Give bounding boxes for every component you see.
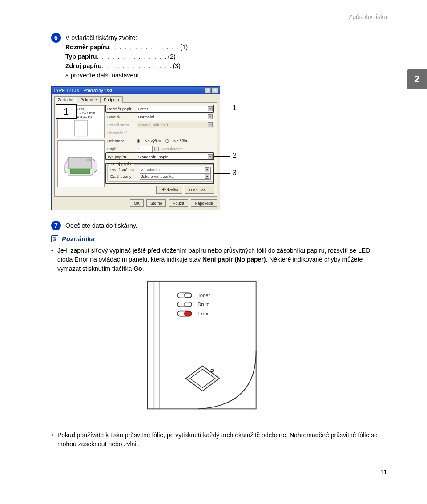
leader-dots: . . . . . . . . . . . . . . . . . . (109, 43, 180, 52)
step-7-text: Odešlete data do tiskárny. (65, 221, 387, 230)
dialog-screenshot-wrap: TYPE 1210N - Předvolby tisku ? ✕ Základn… (51, 86, 242, 210)
callout-line (214, 156, 230, 157)
poradi-label: Pořadí stran (107, 123, 135, 127)
svg-point-2 (87, 159, 91, 161)
kopii-input[interactable]: 1 (137, 146, 153, 152)
note-block: Poznámka Je-li zapnut síťový vypínač ješ… (51, 235, 387, 455)
komplet-label: Kompletovat (161, 147, 183, 151)
opt-label: Zdroj papíru (65, 62, 102, 69)
soutisk-select[interactable]: Normální▾ (137, 114, 214, 120)
note-end-rule (51, 455, 387, 455)
callout-highlight-2 (105, 152, 214, 160)
step-6: 6 V ovladači tiskárny zvolte: Rozměr pap… (51, 33, 387, 80)
callout-num-3: 3 (233, 169, 237, 177)
poradi-select: Vpravo, pak dolů▾ (137, 122, 214, 128)
printer-panel-illustration: Toner Drum Error (144, 280, 295, 418)
predvolba-button[interactable]: Předvolba (156, 186, 182, 194)
orient-portrait-radio[interactable] (137, 139, 140, 143)
dialog-titlebar: TYPE 1210N - Předvolby tisku ? ✕ (52, 87, 220, 94)
svg-rect-0 (75, 120, 87, 136)
ohran-label: Ohraničení (107, 131, 135, 135)
svg-rect-7 (184, 293, 191, 297)
kopii-label: Kopií (107, 147, 135, 151)
tab-basic[interactable]: Základní (54, 96, 77, 103)
ok-button[interactable]: OK (130, 199, 144, 207)
leader-dots: . . . . . . . . . . . . . . . . . . . . (102, 61, 173, 71)
orient-landscape-label: Na šířku (173, 139, 189, 143)
about-button[interactable]: O aplikaci... (185, 186, 214, 194)
step-7: 7 Odešlete data do tiskárny. (51, 221, 387, 230)
orient-portrait-label: Na výšku (145, 139, 161, 143)
close-icon[interactable]: ✕ (212, 88, 218, 93)
printer-icon (63, 150, 99, 177)
tab-support[interactable]: Podpora (101, 96, 123, 103)
svg-rect-13 (184, 311, 191, 315)
leader-dots: . . . . . . . . . . . . . . . . . . . . … (97, 52, 168, 61)
svg-rect-10 (184, 302, 191, 306)
note-bullet-2: Pokud používáte k tisku průsvitné fólie,… (51, 431, 387, 449)
opt-label: Rozměr papíru (65, 44, 109, 51)
apply-button[interactable]: Použít (169, 199, 188, 207)
orient-landscape-radio[interactable] (165, 139, 169, 143)
dialog-title: TYPE 1210N - Předvolby tisku (53, 88, 113, 93)
step-number-badge: 6 (51, 33, 61, 43)
step-6-content: V ovladači tiskárny zvolte: Rozměr papír… (65, 33, 387, 80)
callout-box-big: 1 (56, 104, 77, 119)
svg-text:Error: Error (197, 311, 209, 316)
komplet-checkbox (154, 147, 159, 151)
printer-preview (57, 140, 105, 187)
callout-highlight-1 (105, 105, 214, 113)
note-icon (51, 235, 58, 242)
note-rule (101, 241, 387, 241)
page-number: 11 (51, 468, 387, 476)
chapter-badge: 2 (407, 69, 427, 89)
soutisk-label: Soutisk (107, 115, 135, 119)
opt-num: (3) (173, 61, 181, 71)
note-title: Poznámka (62, 235, 95, 242)
svg-text:Toner: Toner (197, 292, 210, 298)
opt-num: (1) (180, 43, 188, 52)
step-outro: a proveďte další nastavení. (65, 71, 387, 80)
step-number-badge: 7 (51, 221, 61, 230)
callout-num-1: 1 (233, 104, 237, 112)
cancel-button[interactable]: Storno (146, 199, 166, 207)
callout-big-1: 1 (64, 106, 69, 117)
help-button[interactable]: Nápověda (191, 199, 217, 207)
page-section-header: Způsoby tisku (51, 13, 387, 20)
callout-num-2: 2 (233, 152, 237, 160)
svg-rect-1 (70, 169, 90, 174)
callout-line (214, 109, 230, 109)
step-intro: V ovladači tiskárny zvolte: (65, 33, 387, 43)
opt-num: (2) (168, 52, 176, 61)
help-icon[interactable]: ? (205, 88, 211, 93)
tab-advanced[interactable]: Pokročilé (77, 96, 101, 103)
orient-label: Orientace (107, 139, 135, 143)
callout-line (214, 173, 230, 174)
callout-highlight-3 (105, 163, 214, 184)
opt-label: Typ papíru (65, 53, 97, 60)
svg-text:Drum: Drum (197, 302, 210, 307)
note-bullet-1: Je-li zapnut síťový vypínač ještě před v… (51, 246, 387, 273)
